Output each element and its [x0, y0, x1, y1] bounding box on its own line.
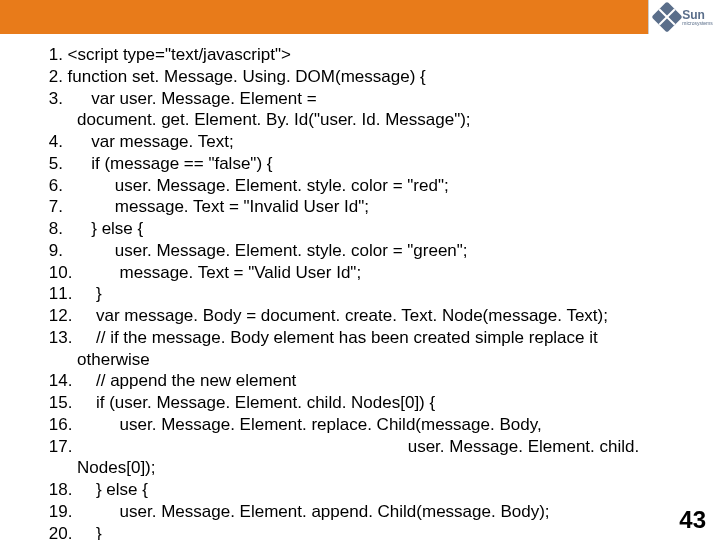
sun-logo-icon	[652, 1, 683, 32]
code-line: Nodes[0]);	[44, 457, 702, 479]
code-line: 16. user. Message. Element. replace. Chi…	[44, 414, 702, 436]
header-orange-strip	[0, 0, 648, 34]
code-line: 19. user. Message. Element. append. Chil…	[44, 501, 702, 523]
code-line: 8. } else {	[44, 218, 702, 240]
sun-logo-text-wrap: Sun microsystems	[682, 9, 713, 26]
code-line: 17. user. Message. Element. child.	[44, 436, 702, 458]
code-line: otherwise	[44, 349, 702, 371]
code-line: 18. } else {	[44, 479, 702, 501]
brand-name: Sun	[682, 9, 713, 21]
code-listing: 1. <script type="text/javascript"> 2. fu…	[44, 44, 702, 540]
code-line: 10. message. Text = "Valid User Id";	[44, 262, 702, 284]
code-line: 13. // if the message. Body element has …	[44, 327, 702, 349]
code-line: 11. }	[44, 283, 702, 305]
code-line: 12. var message. Body = document. create…	[44, 305, 702, 327]
code-line: 9. user. Message. Element. style. color …	[44, 240, 702, 262]
slide-content: 1. <script type="text/javascript"> 2. fu…	[0, 34, 720, 540]
code-line: 2. function set. Message. Using. DOM(mes…	[44, 66, 702, 88]
code-line: document. get. Element. By. Id("user. Id…	[44, 109, 702, 131]
code-line: 7. message. Text = "Invalid User Id";	[44, 196, 702, 218]
sun-logo: Sun microsystems	[656, 6, 713, 28]
header-brand-area: Sun microsystems	[648, 0, 720, 34]
code-line: 20. }	[44, 523, 702, 541]
code-line: 3. var user. Message. Element =	[44, 88, 702, 110]
code-line: 15. if (user. Message. Element. child. N…	[44, 392, 702, 414]
page-number: 43	[679, 506, 706, 534]
code-line: 14. // append the new element	[44, 370, 702, 392]
header-bar: Sun microsystems	[0, 0, 720, 34]
code-line: 1. <script type="text/javascript">	[44, 44, 702, 66]
code-line: 6. user. Message. Element. style. color …	[44, 175, 702, 197]
code-line: 4. var message. Text;	[44, 131, 702, 153]
brand-subtitle: microsystems	[682, 21, 713, 26]
code-line: 5. if (message == "false") {	[44, 153, 702, 175]
